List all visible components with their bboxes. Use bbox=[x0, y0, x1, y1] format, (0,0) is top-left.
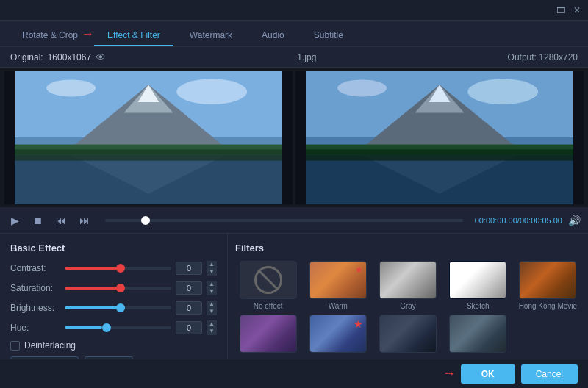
filter-hk-movie[interactable]: Hong Kong Movie bbox=[515, 261, 581, 310]
filter-no-effect[interactable]: No effect bbox=[235, 261, 301, 310]
sketch-thumb bbox=[449, 261, 506, 299]
contrast-spin[interactable]: ▲ ▼ bbox=[207, 261, 217, 276]
hk-movie-label: Hong Kong Movie bbox=[519, 302, 578, 310]
tabs-bar: → Rotate & Crop Effect & Filter Watermar… bbox=[0, 21, 588, 47]
original-label: Original: bbox=[10, 52, 43, 62]
title-bar: 🗖 ✕ bbox=[0, 0, 588, 21]
output-preview-image bbox=[295, 71, 584, 204]
ok-button[interactable]: OK bbox=[461, 364, 515, 384]
svg-line-25 bbox=[259, 270, 277, 289]
saturation-slider[interactable] bbox=[65, 287, 171, 290]
original-preview-image bbox=[4, 71, 293, 204]
row2-2-thumb: ★ bbox=[309, 315, 367, 353]
filter-sketch[interactable]: Sketch bbox=[445, 261, 511, 310]
filter-warm[interactable]: ★ Warm bbox=[305, 261, 370, 310]
progress-handle[interactable] bbox=[141, 216, 150, 225]
deinterlacing-label: Deinterlacing bbox=[24, 340, 76, 351]
row2-4-thumb bbox=[449, 315, 506, 353]
contrast-input[interactable] bbox=[176, 262, 202, 275]
saturation-up[interactable]: ▲ bbox=[207, 281, 217, 288]
info-bar: Original: 1600x1067 👁 1.jpg Output: 1280… bbox=[0, 47, 588, 68]
footer-bar: → OK Cancel bbox=[0, 359, 588, 388]
gray-thumb bbox=[379, 261, 437, 299]
time-display: 00:00:00.00/00:00:05.00 bbox=[475, 216, 562, 225]
hue-slider[interactable] bbox=[65, 326, 171, 329]
row2-2-star-icon: ★ bbox=[354, 318, 363, 330]
stop-icon: ⏹ bbox=[32, 215, 43, 226]
basic-effect-title: Basic Effect bbox=[10, 242, 217, 254]
stop-button[interactable]: ⏹ bbox=[29, 212, 46, 229]
info-left: Original: 1600x1067 👁 bbox=[10, 51, 106, 63]
svg-rect-8 bbox=[15, 149, 282, 155]
next-icon: ⏭ bbox=[79, 215, 90, 226]
brightness-thumb[interactable] bbox=[116, 303, 125, 312]
filter-row2-2[interactable]: ★ bbox=[305, 315, 370, 356]
hue-input[interactable] bbox=[176, 321, 202, 334]
volume-icon[interactable]: 🔊 bbox=[568, 215, 581, 226]
minimize-button[interactable]: 🗖 bbox=[556, 5, 566, 15]
contrast-slider[interactable] bbox=[65, 267, 171, 270]
tab-effect-filter[interactable]: Effect & Filter bbox=[94, 26, 173, 46]
filter-row2-3[interactable] bbox=[375, 315, 440, 356]
sketch-label: Sketch bbox=[467, 302, 490, 310]
saturation-spin[interactable]: ▲ ▼ bbox=[207, 281, 217, 295]
svg-rect-11 bbox=[15, 155, 282, 161]
filters-grid: No effect ★ Warm Gray Sketch bbox=[235, 261, 581, 356]
output-size: 1280x720 bbox=[539, 52, 578, 62]
svg-point-3 bbox=[46, 79, 96, 96]
play-button[interactable]: ▶ bbox=[7, 212, 23, 229]
tab-audio[interactable]: Audio bbox=[248, 26, 298, 46]
no-effect-label: No effect bbox=[254, 302, 283, 310]
original-size: 1600x1067 bbox=[48, 52, 91, 62]
filename: 1.jpg bbox=[297, 52, 316, 62]
brightness-spin[interactable]: ▲ ▼ bbox=[207, 301, 217, 315]
title-bar-controls: 🗖 ✕ bbox=[556, 5, 582, 15]
contrast-thumb[interactable] bbox=[116, 264, 125, 273]
tab-rotate-crop[interactable]: Rotate & Crop bbox=[9, 26, 91, 46]
contrast-up[interactable]: ▲ bbox=[207, 261, 217, 268]
current-time: 00:00:00.00 bbox=[475, 216, 517, 225]
bottom-arrow-indicator: → bbox=[442, 366, 456, 381]
brightness-slider[interactable] bbox=[65, 306, 171, 309]
deinterlacing-checkbox[interactable] bbox=[10, 341, 20, 351]
original-preview bbox=[4, 71, 293, 204]
prev-button[interactable]: ⏮ bbox=[52, 212, 70, 229]
hue-down[interactable]: ▼ bbox=[207, 328, 217, 335]
saturation-row: Saturation: ▲ ▼ bbox=[10, 281, 217, 295]
brightness-up[interactable]: ▲ bbox=[207, 301, 217, 308]
filter-row2-4[interactable] bbox=[445, 315, 511, 356]
brightness-down[interactable]: ▼ bbox=[207, 308, 217, 315]
cancel-button[interactable]: Cancel bbox=[521, 364, 578, 384]
gray-label: Gray bbox=[400, 302, 416, 310]
brightness-input[interactable] bbox=[176, 301, 202, 315]
warm-label: Warm bbox=[329, 302, 348, 310]
filter-row2-1[interactable] bbox=[235, 315, 301, 356]
tab-subtitle[interactable]: Subtitle bbox=[301, 26, 356, 46]
close-button[interactable]: ✕ bbox=[572, 5, 582, 15]
svg-rect-23 bbox=[306, 155, 573, 161]
hue-row: Hue: ▲ ▼ bbox=[10, 320, 217, 335]
preview-area bbox=[0, 68, 588, 207]
hue-thumb[interactable] bbox=[102, 323, 111, 332]
hk-movie-thumb bbox=[519, 261, 576, 299]
saturation-down[interactable]: ▼ bbox=[207, 288, 217, 295]
warm-star-icon: ★ bbox=[355, 265, 363, 275]
saturation-thumb[interactable] bbox=[116, 284, 125, 292]
contrast-row: Contrast: ▲ ▼ bbox=[10, 261, 217, 276]
no-effect-thumb bbox=[240, 261, 297, 299]
play-icon: ▶ bbox=[11, 215, 19, 226]
svg-point-14 bbox=[467, 79, 538, 104]
hue-up[interactable]: ▲ bbox=[207, 320, 217, 328]
saturation-label: Saturation: bbox=[10, 283, 60, 293]
progress-track[interactable] bbox=[105, 219, 463, 222]
contrast-down[interactable]: ▼ bbox=[207, 268, 217, 276]
hue-spin[interactable]: ▲ ▼ bbox=[207, 320, 217, 335]
filter-gray[interactable]: Gray bbox=[375, 261, 440, 310]
filters-title: Filters bbox=[235, 242, 581, 254]
eye-icon[interactable]: 👁 bbox=[96, 51, 106, 63]
output-info: Output: 1280x720 bbox=[508, 52, 578, 62]
saturation-input[interactable] bbox=[176, 281, 202, 295]
brightness-label: Brightness: bbox=[10, 303, 60, 313]
tab-watermark[interactable]: Watermark bbox=[176, 26, 245, 46]
next-button[interactable]: ⏭ bbox=[76, 212, 93, 229]
